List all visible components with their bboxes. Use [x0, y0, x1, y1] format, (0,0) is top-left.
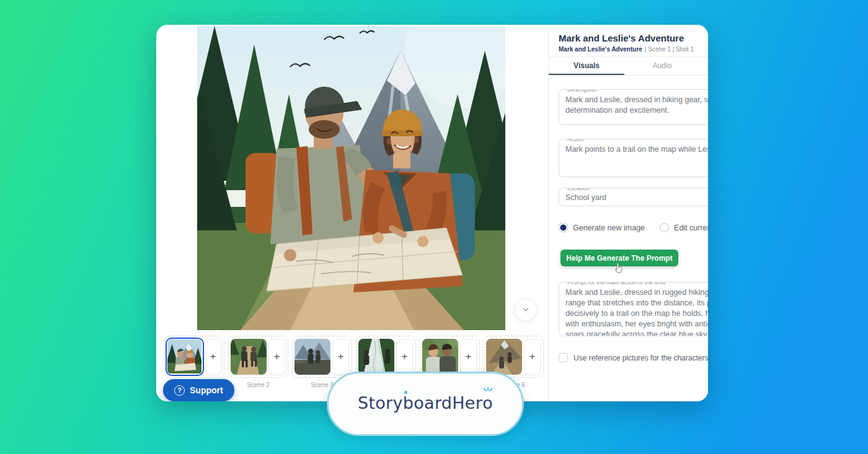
radio-edit-label: Edit current picture [674, 224, 708, 232]
app-background: + Scene 1 + Scene 2 + [0, 0, 868, 454]
tab-visuals[interactable]: Visuals [549, 57, 624, 75]
support-button[interactable]: ? Support [163, 379, 234, 401]
project-title: Mark and Leslie's Adventure [559, 33, 708, 43]
prompt-field-label: Prompt for the main action of the shot [565, 282, 668, 286]
plus-icon: + [466, 351, 472, 363]
description-field[interactable]: Description Mark and Leslie, dressed in … [559, 89, 708, 125]
prompt-field[interactable]: Prompt for the main action of the shot M… [559, 282, 708, 336]
plus-icon: + [274, 351, 280, 363]
plus-icon: + [338, 351, 344, 363]
add-shot-button-scene-1[interactable]: + [205, 339, 221, 375]
chevron-down-icon [521, 305, 530, 314]
tab-audio[interactable]: Audio [624, 57, 700, 75]
collapse-panel-button[interactable] [515, 299, 537, 321]
image-mode-radio-group: Generate new image Edit current picture [559, 223, 708, 232]
prompt-field-value: Mark and Leslie, dressed in rugged hikin… [559, 282, 708, 336]
breadcrumb-project: Mark and Leslie's Adventure [559, 46, 642, 53]
radio-unselected-icon [660, 223, 669, 232]
scene-4-thumbnail[interactable] [358, 339, 394, 375]
plus-icon: + [402, 351, 408, 363]
add-shot-button-scene-4[interactable]: + [396, 339, 413, 375]
logo-part-her: Her [452, 393, 482, 413]
support-button-label: Support [190, 385, 223, 395]
scene-2-label: Scene 2 [228, 382, 288, 388]
breadcrumb-scene-shot: | Scene 1 | Shot 1 [645, 46, 694, 53]
scene-2-thumbnail[interactable] [231, 339, 267, 375]
location-field[interactable]: Location School yard [559, 188, 708, 206]
storyboard-shot-editor-modal: + Scene 1 + Scene 2 + [156, 25, 708, 401]
add-shot-button-scene-3[interactable]: + [332, 339, 349, 375]
scene-5-thumbnail[interactable] [422, 339, 458, 375]
description-field-label: Description [565, 89, 600, 93]
radio-edit-current-picture[interactable]: Edit current picture [660, 223, 708, 232]
logo-part-board: board [403, 393, 452, 413]
logo-spark-icon [483, 387, 493, 393]
breadcrumb: Mark and Leslie's Adventure| Scene 1 | S… [559, 46, 708, 53]
plus-icon: + [529, 351, 536, 363]
scene-group-2: + Scene 2 [228, 336, 288, 388]
add-shot-button-scene-5[interactable]: + [460, 339, 477, 375]
add-shot-button-scene-2[interactable]: + [268, 339, 285, 375]
plus-icon: + [210, 351, 216, 363]
radio-generate-new-image[interactable]: Generate new image [559, 223, 645, 232]
description-field-value: Mark and Leslie, dressed in hiking gear,… [559, 90, 708, 121]
reference-pictures-row: Use reference pictures for the character… [559, 353, 708, 362]
hikers-scene-illustration [197, 26, 505, 330]
shot-preview-image [197, 26, 505, 330]
generate-prompt-button-row: Help Me Generate The Prompt [559, 250, 708, 266]
action-field[interactable]: Action Mark points to a trail on the map… [559, 139, 708, 177]
scene-1-thumbnail[interactable] [167, 339, 203, 375]
question-mark-icon: ? [174, 385, 185, 396]
radio-generate-label: Generate new image [573, 224, 645, 232]
reference-pictures-label: Use reference pictures for the character… [574, 354, 708, 362]
radio-selected-icon [559, 223, 568, 232]
logo-part-story: Story [358, 393, 403, 413]
logo-o-letter: o [482, 393, 493, 413]
hand-cursor-icon [613, 262, 624, 274]
storyboardhero-logo-badge: StoryboardHero [327, 372, 524, 436]
reference-pictures-checkbox[interactable] [559, 353, 568, 362]
shot-details-panel: Mark and Leslie's Adventure Mark and Les… [548, 25, 708, 401]
add-shot-button-scene-6[interactable]: + [524, 339, 541, 375]
scene-3-thumbnail[interactable] [294, 339, 330, 375]
panel-header: Mark and Leslie's Adventure Mark and Les… [549, 25, 708, 57]
logo-part-o: o [482, 393, 493, 413]
action-field-label: Action [565, 139, 586, 142]
panel-tabs: Visuals Audio [549, 57, 708, 76]
scene-6-thumbnail[interactable] [486, 339, 522, 375]
location-field-label: Location [565, 188, 592, 191]
storyboardhero-logo: StoryboardHero [358, 393, 493, 415]
visuals-form: Description Mark and Leslie, dressed in … [549, 76, 708, 362]
